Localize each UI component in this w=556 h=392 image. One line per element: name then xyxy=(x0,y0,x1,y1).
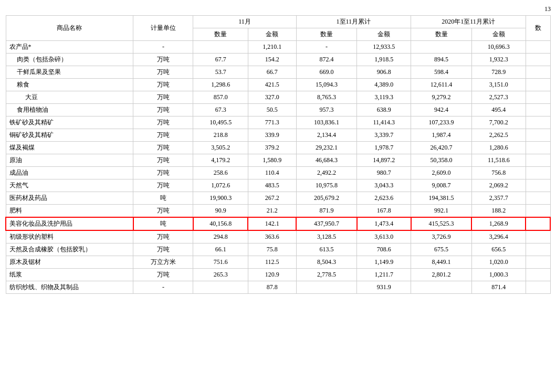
cell-unit: - xyxy=(133,41,193,54)
table-row: 粮食万吨1,298.6421.515,094.34,389.012,611.43… xyxy=(6,79,550,91)
col-product-name: 商品名称 xyxy=(6,16,133,41)
cell-ytd-amt: 3,043.3 xyxy=(357,179,411,192)
cell-nov-qty: 66.1 xyxy=(193,243,248,256)
cell-extra xyxy=(526,142,550,154)
cell-ytd-qty xyxy=(296,281,357,294)
cell-prev-qty: 992.1 xyxy=(411,205,472,218)
cell-nov-qty: 19,900.3 xyxy=(193,192,248,205)
cell-prev-amt: 495.4 xyxy=(471,104,526,116)
cell-nov-qty: 218.8 xyxy=(193,129,248,142)
cell-unit: - xyxy=(133,281,193,294)
cell-prev-amt: 3,296.4 xyxy=(471,230,526,243)
cell-product-name: 农产品* xyxy=(6,41,133,54)
cell-nov-qty: 1,298.6 xyxy=(193,79,248,91)
page-number: 13 xyxy=(5,5,551,13)
cell-ytd-qty: 8,765.3 xyxy=(296,91,357,104)
cell-nov-amt: 267.2 xyxy=(248,192,296,205)
cell-product-name: 煤及褐煤 xyxy=(6,142,133,154)
table-row: 原油万吨4,179.21,580.946,684.314,897.250,358… xyxy=(6,154,550,167)
col-nov-amt: 金额 xyxy=(248,28,296,41)
cell-unit: 吨 xyxy=(133,192,193,205)
cell-ytd-amt: 1,473.4 xyxy=(357,217,411,230)
cell-ytd-qty: 871.9 xyxy=(296,205,357,218)
cell-prev-qty: 8,449.1 xyxy=(411,256,472,269)
cell-nov-amt: 483.5 xyxy=(248,179,296,192)
cell-product-name: 干鲜瓜果及坚果 xyxy=(6,66,133,79)
cell-nov-amt: 421.5 xyxy=(248,79,296,91)
cell-ytd-qty: 613.5 xyxy=(296,243,357,256)
table-row: 医药材及药品吨19,900.3267.2205,679.22,623.6194,… xyxy=(6,192,550,205)
cell-ytd-amt: 1,978.7 xyxy=(357,142,411,154)
cell-nov-amt: 154.2 xyxy=(248,54,296,66)
cell-prev-amt: 656.5 xyxy=(471,243,526,256)
cell-unit: 吨 xyxy=(133,217,193,230)
cell-nov-amt: 142.1 xyxy=(248,217,296,230)
cell-product-name: 铜矿砂及其精矿 xyxy=(6,129,133,142)
cell-nov-qty: 258.6 xyxy=(193,167,248,179)
cell-ytd-qty: 15,094.3 xyxy=(296,79,357,91)
cell-extra xyxy=(526,91,550,104)
table-row: 纸浆万吨265.3120.92,778.51,211.72,801.21,000… xyxy=(6,269,550,281)
cell-extra xyxy=(526,129,550,142)
cell-nov-amt: 339.9 xyxy=(248,129,296,142)
cell-prev-amt: 871.4 xyxy=(471,281,526,294)
cell-prev-amt: 1,020.0 xyxy=(471,256,526,269)
cell-nov-amt: 363.6 xyxy=(248,230,296,243)
cell-prev-qty: 415,525.3 xyxy=(411,217,472,230)
cell-prev-qty: 894.5 xyxy=(411,54,472,66)
cell-ytd-amt: 638.9 xyxy=(357,104,411,116)
col-unit: 计量单位 xyxy=(133,16,193,41)
cell-ytd-qty: 29,232.1 xyxy=(296,142,357,154)
cell-extra xyxy=(526,243,550,256)
cell-ytd-amt: 1,211.7 xyxy=(357,269,411,281)
cell-ytd-amt: 2,623.6 xyxy=(357,192,411,205)
cell-unit: 万吨 xyxy=(133,167,193,179)
cell-prev-qty: 12,611.4 xyxy=(411,79,472,91)
cell-prev-amt: 7,700.2 xyxy=(471,116,526,129)
cell-extra xyxy=(526,256,550,269)
col-nov-qty: 数量 xyxy=(193,28,248,41)
table-row: 美容化妆品及洗护用品吨40,156.8142.1437,950.71,473.4… xyxy=(6,217,550,230)
cell-prev-amt: 3,151.0 xyxy=(471,79,526,91)
cell-extra xyxy=(526,104,550,116)
col-nov: 11月 xyxy=(193,16,296,28)
col-prev-qty: 数量 xyxy=(411,28,472,41)
cell-prev-qty: 2,609.0 xyxy=(411,167,472,179)
cell-unit: 万吨 xyxy=(133,205,193,218)
cell-unit: 万立方米 xyxy=(133,256,193,269)
col-ytd-prev: 2020年1至11月累计 xyxy=(411,16,526,28)
table-row: 铜矿砂及其精矿万吨218.8339.92,134.43,339.71,987.4… xyxy=(6,129,550,142)
cell-unit: 万吨 xyxy=(133,91,193,104)
cell-nov-amt: 21.2 xyxy=(248,205,296,218)
cell-nov-qty: 90.9 xyxy=(193,205,248,218)
col-prev-amt: 金额 xyxy=(471,28,526,41)
cell-prev-amt: 1,000.3 xyxy=(471,269,526,281)
col-extra: 数 xyxy=(526,16,550,41)
cell-ytd-qty: 8,504.3 xyxy=(296,256,357,269)
table-row: 初级形状的塑料万吨294.8363.63,128.53,613.03,726.9… xyxy=(6,230,550,243)
cell-prev-qty: 2,801.2 xyxy=(411,269,472,281)
cell-nov-qty: 294.8 xyxy=(193,230,248,243)
cell-nov-qty: 3,505.2 xyxy=(193,142,248,154)
cell-extra xyxy=(526,167,550,179)
cell-unit: 万吨 xyxy=(133,243,193,256)
cell-prev-amt: 2,527.3 xyxy=(471,91,526,104)
cell-prev-qty: 3,726.9 xyxy=(411,230,472,243)
cell-prev-amt: 728.9 xyxy=(471,66,526,79)
cell-extra xyxy=(526,66,550,79)
cell-ytd-qty: 872.4 xyxy=(296,54,357,66)
cell-prev-qty: 194,381.5 xyxy=(411,192,472,205)
col-ytd-cur: 1至11月累计 xyxy=(296,16,411,28)
cell-nov-amt: 110.4 xyxy=(248,167,296,179)
cell-product-name: 粮食 xyxy=(6,79,133,91)
cell-ytd-amt: 4,389.0 xyxy=(357,79,411,91)
cell-unit: 万吨 xyxy=(133,116,193,129)
cell-ytd-amt: 1,149.9 xyxy=(357,256,411,269)
cell-prev-amt: 2,357.7 xyxy=(471,192,526,205)
cell-extra xyxy=(526,269,550,281)
cell-prev-qty: 50,358.0 xyxy=(411,154,472,167)
main-table-container: 13 商品名称 计量单位 11月 1至11月累计 2020年1至11月累计 数 … xyxy=(5,5,551,294)
cell-product-name: 美容化妆品及洗护用品 xyxy=(6,217,133,230)
cell-product-name: 铁矿砂及其精矿 xyxy=(6,116,133,129)
cell-ytd-amt: 906.8 xyxy=(357,66,411,79)
